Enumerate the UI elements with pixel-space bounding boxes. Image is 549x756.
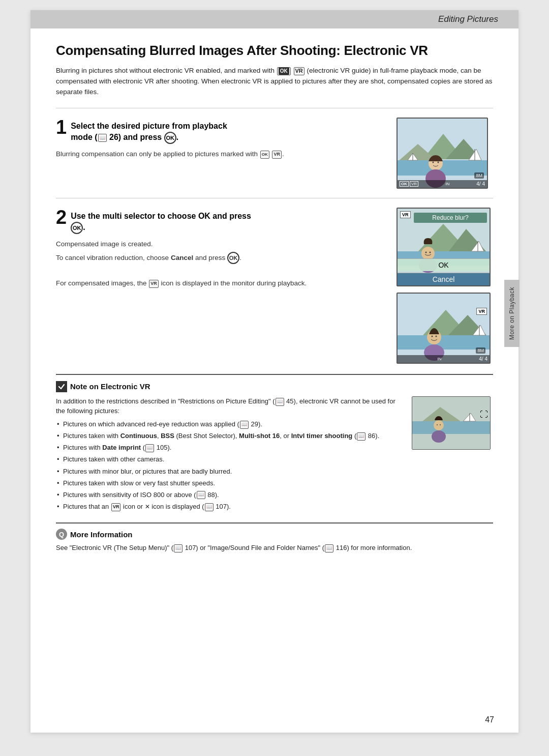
ok-vr-icon: OK [260,151,269,159]
reduce-blur-screen: VR Reduce blur? OK Cancel [396,208,491,286]
main-content: Compensating Blurred Images After Shooti… [30,28,518,573]
more-info-box: Q More Information See "Electronic VR (T… [56,522,493,553]
svg-point-12 [438,161,439,163]
svg-point-31 [432,335,433,337]
screen-2-vr-icon: VR [476,308,487,315]
more-info-title-text: More Information [70,530,133,539]
main-title: Compensating Blurred Images After Shooti… [56,43,493,59]
screen-1-mid: IN [445,182,449,186]
more-info-text: See "Electronic VR (The Setup Menu)" (📖 … [56,543,493,553]
note-item-6: Pictures taken with slow or very fast sh… [56,478,402,488]
svg-point-11 [433,161,434,163]
screen-2-quality: 8M [476,347,485,354]
screen-2-footer: IN 4/ 4 [398,355,490,363]
note-screen: 2008/05/15 15:30 0003.JPG [412,396,491,450]
more-info-icon: Q [56,529,67,540]
playback-note-text: For compensated images, the VR icon is d… [56,278,386,289]
more-info-title: Q More Information [56,529,493,540]
camera-screen-2: 15/05/2008 15:30 0004.JPG [396,293,491,364]
note-screen-svg [412,397,491,450]
note-item-4: Pictures taken with other cameras. [56,454,402,464]
note-item-5: Pictures with minor blur, or pictures th… [56,467,402,477]
book-icon-2: 📖 [276,398,284,406]
svg-point-41 [440,424,441,425]
book-icon-4: 📖 [357,432,365,441]
screen-2-count: 4/ 4 [479,356,487,362]
check-icon [56,381,67,392]
note-item-3: Pictures with Date imprint (📖 105). [56,443,402,453]
rb-vr-icon: VR [400,211,411,218]
step-1-section: 1 Select the desired picture from playba… [56,108,493,189]
book-icon-6: 📖 [197,491,205,499]
book-icon-5: 📖 [145,444,154,452]
playback-note: For compensated images, the VR icon is d… [56,278,386,289]
camera-screen-1: 15/05/2008 15:30 0004.JPG [396,118,488,189]
page-number: 47 [485,715,494,724]
checkmark-svg [58,383,65,390]
note-screen-no-vr: ⛶ [480,410,488,419]
reduce-blur-label: Reduce blur? [414,213,487,223]
step-2-header: 2 Use the multi selector to choose OK an… [56,208,386,234]
sidebar-tab-label: More on Playback [504,280,520,347]
note-right-screen: 2008/05/15 15:30 0003.JPG [412,396,493,513]
note-title-text: Note on Electronic VR [70,382,150,391]
ok-button-icon-1: OK [164,132,176,144]
svg-point-21 [425,251,427,253]
screen-1-ok: OK VR [400,181,418,187]
note-list: Pictures on which advanced red-eye reduc… [56,419,402,512]
step-2-left: 2 Use the multi selector to choose OK an… [56,208,396,364]
book-icon-9: 📖 [325,544,333,553]
section-title: Editing Pictures [438,14,498,24]
step-1-number: 1 [56,118,67,137]
vr-icon-2: VR [272,151,282,159]
step-1-header: 1 Select the desired picture from playba… [56,118,386,144]
step-2-number: 2 [56,208,67,227]
top-bar: Editing Pictures [30,10,518,28]
note-item-1: Pictures on which advanced red-eye reduc… [56,419,402,429]
screen-2-mid: IN [437,357,441,361]
book-icon-8: 📖 [174,544,182,553]
ok-menu-option[interactable]: OK [398,258,490,271]
screen-1-quality: 8M [474,172,484,179]
book-icon-1: 📖 [98,134,107,142]
screen-1-count: 4/ 4 [476,181,485,187]
step-1-title: Select the desired picture from playback… [71,118,227,144]
note-item-8: Pictures that an VR icon or ✕ icon is di… [56,502,402,512]
svg-point-40 [437,424,438,425]
svg-point-39 [432,430,446,443]
note-left: In addition to the restrictions describe… [56,396,402,513]
step-1-screen: 15/05/2008 15:30 0004.JPG [396,118,493,189]
vr-icon-note: VR [111,503,121,511]
note-title: Note on Electronic VR [56,381,493,392]
book-icon-7: 📖 [205,503,214,511]
svg-point-22 [430,251,431,253]
note-intro: In addition to the restrictions describe… [56,396,402,416]
note-content: In addition to the restrictions describe… [56,396,493,513]
note-electronic-vr: Note on Electronic VR In addition to the… [56,374,493,513]
vr-small-icon: VR [149,280,159,288]
note-item-7: Pictures with sensitivity of ISO 800 or … [56,490,402,500]
step-2-title: Use the multi selector to choose OK and … [71,208,251,234]
step-2-section: 2 Use the multi selector to choose OK an… [56,198,493,364]
sidebar-tab-container: More on Playback [504,280,520,347]
screen-1-footer: OK VR IN 4/ 4 [398,180,487,188]
step-2-screens: VR Reduce blur? OK Cancel 15/05/2008 15:… [396,208,493,364]
page: Editing Pictures More on Playback Compen… [30,10,518,733]
step-1-body: Blurring compensation can only be applie… [56,149,386,160]
ok-button-icon-2: OK [71,222,83,234]
vr-icon: VR [294,67,304,75]
book-icon-3: 📖 [240,421,249,429]
svg-point-32 [436,335,437,337]
step-1-left: 1 Select the desired picture from playba… [56,118,396,189]
ok-button-icon-3: OK [227,252,239,264]
svg-point-38 [434,420,444,430]
note-item-2: Pictures taken with Continuous, BSS (Bes… [56,431,402,441]
step-2-body: Compensated image is created. To cancel … [56,239,386,264]
svg-rect-34 [412,421,491,434]
ok-icon: OK [277,67,291,75]
cancel-menu-option[interactable]: Cancel [398,273,490,285]
intro-text: Blurring in pictures shot without electr… [56,66,493,98]
